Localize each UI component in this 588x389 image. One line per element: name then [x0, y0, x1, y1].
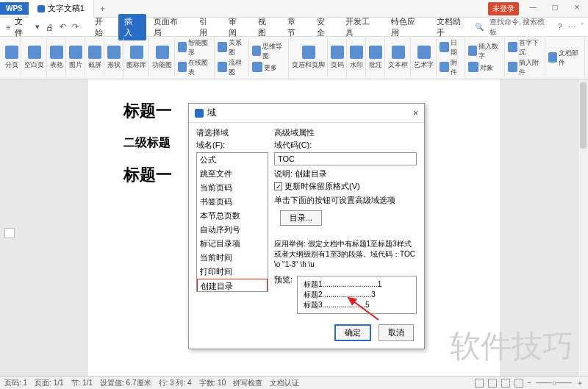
zoom-in-button[interactable]: ＋ [576, 378, 584, 388]
more-icon[interactable]: ⋯ [568, 23, 576, 31]
login-button[interactable]: 未登录 [488, 2, 519, 15]
field-listbox[interactable]: 公式跳至文件当前页码书签页码本节总页数自动序列号标记目录项当前时间打印时间创建目… [196, 152, 268, 292]
keep-format-checkbox[interactable]: ✓ 更新时保留原格式(V) [274, 181, 417, 192]
toolbar-item[interactable]: 思维导图 [252, 42, 286, 61]
toolbar-blank-page-icon[interactable]: 空白页 [22, 38, 47, 77]
toolbar-screenshot-icon[interactable]: 截屏 [86, 38, 104, 77]
description-label: 说明: 创建目录 [274, 168, 417, 179]
field-list-item[interactable]: 当前时间 [197, 251, 268, 265]
maximize-button[interactable]: □ [544, 2, 566, 15]
status-item[interactable]: 节: 1/1 [71, 378, 93, 388]
view-icon[interactable] [475, 379, 484, 388]
undo-icon[interactable]: ↶ [58, 22, 68, 32]
dialog-close-button[interactable]: × [413, 108, 418, 118]
vertical-scrollbar[interactable] [578, 79, 588, 376]
status-item[interactable]: 设置值: 6.7厘米 [100, 378, 151, 388]
toolbar-item[interactable]: 更多 [252, 62, 286, 74]
zoom-icon[interactable] [514, 379, 523, 388]
ribbon-tab-8[interactable]: 开发工具 [340, 14, 384, 40]
toolbar-stack: 文档部件 [546, 38, 585, 77]
zoom-slider[interactable]: ───○─── [536, 379, 572, 387]
help-icon[interactable]: ? [558, 23, 562, 31]
status-item[interactable]: 拼写检查 [233, 378, 262, 388]
toolbar-item[interactable]: 日期 [440, 38, 462, 57]
field-list-item[interactable]: 当前页码 [197, 181, 268, 195]
toolbar-item[interactable]: 在线图表 [178, 58, 212, 77]
toolbar-item[interactable]: 流程图 [218, 58, 245, 77]
status-item[interactable]: 字数: 10 [199, 378, 226, 388]
toolbar-item[interactable]: 智能图形 [178, 38, 212, 57]
toolbar-item[interactable]: 附件 [440, 58, 462, 77]
toolbar-image-icon[interactable]: 图片 [67, 38, 85, 77]
cancel-button[interactable]: 取消 [379, 324, 414, 341]
field-list-item[interactable]: 本节总页数 [197, 209, 268, 223]
scroll-thumb[interactable] [580, 82, 587, 149]
ribbon-tab-6[interactable]: 章节 [282, 14, 309, 40]
toolbar-comment-icon[interactable]: 批注 [367, 38, 385, 77]
toolbar-page-break-icon[interactable]: 分页 [3, 38, 21, 77]
toolbar-shapes-icon[interactable]: 形状 [105, 38, 123, 77]
save-icon[interactable]: ▾ [34, 22, 41, 32]
ribbon-tab-1[interactable]: 插入 [118, 14, 146, 40]
status-item[interactable]: 页面: 1/1 [35, 378, 63, 388]
field-list-item[interactable]: 公式 [197, 153, 268, 167]
search-icon[interactable]: 🔍 [475, 23, 484, 31]
zoom-out-button[interactable]: − [528, 379, 532, 387]
toolbar-table-icon[interactable]: 表格 [48, 38, 66, 77]
close-button[interactable]: × [566, 2, 588, 15]
field-list-item[interactable]: 书签页码 [197, 195, 268, 209]
field-list-item[interactable]: 标记目录项 [197, 237, 268, 251]
preview-box: 标题1...........................1标题2......… [297, 276, 417, 314]
search-box[interactable]: 查找命令, 搜索模板 [490, 17, 552, 38]
field-code-input[interactable] [274, 152, 417, 165]
field-list-item[interactable]: 打印时间 [197, 265, 268, 279]
toolbar-item[interactable]: 文档部件 [548, 49, 582, 68]
app-menu-icon[interactable]: ≡ [4, 23, 12, 32]
toolbar-func-chart-icon[interactable]: 功能图 [150, 38, 175, 77]
document-tab[interactable]: 文字文稿1 [29, 0, 94, 18]
toolbar-item[interactable]: 插入数字 [468, 42, 502, 61]
ok-button[interactable]: 确定 [334, 324, 371, 341]
new-tab-button[interactable]: ＋ [94, 3, 112, 14]
minimize-button[interactable]: ─ [522, 2, 544, 15]
toolbar-textbox-icon[interactable]: 文本框 [386, 38, 411, 77]
ribbon-tab-5[interactable]: 视图 [252, 14, 280, 40]
qat-icon[interactable]: 🖨 [44, 23, 55, 32]
gutter-tool[interactable] [4, 228, 15, 238]
watermark-icon [350, 46, 363, 59]
toolbar-item[interactable]: 首字下沉 [508, 38, 542, 57]
status-item[interactable]: 页码: 1 [4, 378, 27, 388]
dialog-title-bar[interactable]: 域 × [189, 104, 424, 123]
toolbar-header-footer-icon[interactable]: 页眉和页脚 [290, 38, 328, 77]
ribbon-tab-9[interactable]: 特色应用 [385, 14, 429, 40]
toolbar-item[interactable]: 插入附件 [508, 58, 542, 77]
toolbar-page-number-icon[interactable]: 页码 [329, 38, 347, 77]
ribbon-tab-2[interactable]: 页面布局 [148, 14, 192, 40]
toolbar-icon-lib-icon[interactable]: 图标库 [124, 38, 149, 77]
toolbar-wordart-icon[interactable]: 艺术字 [412, 38, 437, 77]
collapse-ribbon-icon[interactable]: ˇ [581, 23, 584, 31]
file-menu[interactable]: 文件 [15, 16, 31, 38]
field-list-item[interactable]: 跳至文件 [197, 167, 268, 181]
field-name-label: 域名(F): [196, 140, 268, 151]
toolbar-item[interactable]: 关系图 [218, 38, 245, 57]
advanced-props-label: 高级域属性 [274, 127, 417, 138]
ribbon-tab-3[interactable]: 引用 [193, 14, 221, 40]
ribbon-tab-4[interactable]: 审阅 [223, 14, 251, 40]
field-list-item[interactable]: 自动序列号 [197, 223, 268, 237]
ribbon-tab-10[interactable]: 文档助手 [431, 14, 475, 40]
ribbon-tab-7[interactable]: 安全 [311, 14, 339, 40]
field-list-item[interactable]: 创建目录 [197, 279, 268, 292]
redo-icon[interactable]: ↷ [71, 22, 80, 32]
ribbon-tab-0[interactable]: 开始 [89, 14, 117, 40]
apply-example-label: 应用举例: 假定文档中有标题1至标题3样式或者大纲级别有1至3的段落。域代码：T… [274, 239, 417, 270]
status-item[interactable]: 行: 3 列: 4 [159, 378, 192, 388]
view-icon[interactable] [488, 379, 497, 388]
toolbar-watermark-icon[interactable]: 水印 [348, 38, 366, 77]
view-icon[interactable] [501, 379, 510, 388]
toolbar-item[interactable]: 对象 [468, 62, 502, 74]
status-item[interactable]: 文档认证 [270, 378, 299, 388]
tool-icon [468, 46, 477, 56]
tool-icon [252, 62, 262, 72]
toc-options-button[interactable]: 目录... [280, 210, 322, 226]
